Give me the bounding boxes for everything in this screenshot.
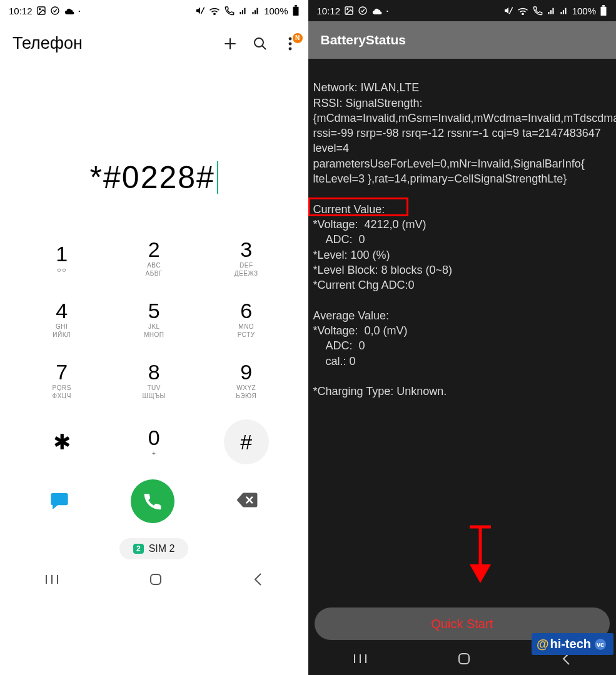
keypad: 1ᴑᴑ2ABCАБВГ3DEFДЕЁЖЗ4GHIИЙКЛ5JKLМНОП6MNO… [0, 233, 308, 467]
image-icon [344, 6, 354, 16]
back-button[interactable] [253, 572, 263, 589]
network-line: Network: IWLAN,LTE [313, 81, 420, 94]
status-right: 100% [503, 5, 607, 16]
battery-percent: 100% [264, 6, 288, 16]
home-button[interactable] [457, 652, 471, 668]
svg-point-8 [289, 38, 291, 40]
key-digit: 6 [240, 300, 252, 321]
svg-point-4 [214, 13, 215, 14]
mute-icon [503, 6, 513, 16]
svg-point-19 [522, 13, 523, 14]
key-letters: JKLМНОП [144, 322, 164, 339]
more-button[interactable]: N [281, 36, 300, 51]
svg-line-3 [201, 8, 204, 14]
key-digit: 0 [148, 427, 160, 448]
key-digit: 3 [240, 239, 252, 260]
signal-icon-2 [251, 6, 260, 15]
phone-dialer-screen: 10:12 • [0, 0, 308, 675]
svg-rect-5 [293, 7, 298, 16]
rssi-block: RSSI: SignalStrength:{mCdma=Invalid,mGsm… [313, 97, 617, 185]
key-letters: PQRSФХЦЧ [53, 384, 71, 400]
call-button[interactable] [131, 479, 174, 523]
signal-icon [547, 6, 556, 15]
search-button[interactable] [251, 36, 270, 51]
key-digit: 2 [148, 239, 160, 260]
cloud-icon [64, 6, 75, 15]
svg-point-7 [255, 38, 263, 47]
add-button[interactable] [221, 36, 240, 52]
keypad-key-4[interactable]: 4GHIИЙКЛ [19, 294, 105, 344]
text-cursor [217, 161, 218, 194]
keypad-key-6[interactable]: 6MNOРСТУ [203, 294, 290, 344]
key-letters: TUVШЩЪЫ [143, 384, 166, 400]
avg-voltage-line: *Voltage: 0,0 (mV) [313, 324, 408, 337]
svg-rect-28 [459, 654, 469, 664]
sim-selector-button[interactable]: 2 SIM 2 [119, 538, 188, 559]
backspace-button[interactable] [235, 491, 259, 511]
status-time: 10:12 [9, 6, 33, 16]
wifi-icon [517, 6, 528, 15]
keypad-key-0[interactable]: 0+ [111, 417, 198, 467]
keypad-key-9[interactable]: 9WXYZЬЭЮЯ [203, 356, 290, 406]
svg-line-18 [509, 8, 512, 14]
avg-header: Average Value: [313, 309, 389, 322]
status-right: 100% [195, 5, 299, 16]
key-letters: GHIИЙКЛ [53, 322, 71, 339]
keypad-key-2[interactable]: 2ABCАБВГ [111, 233, 198, 283]
check-circle-icon [50, 6, 60, 16]
key-digit: 9 [240, 361, 252, 382]
svg-rect-21 [602, 5, 605, 7]
keypad-key-7[interactable]: 7PQRSФХЦЧ [19, 356, 105, 406]
phone-header: Телефон N [0, 21, 308, 59]
svg-point-10 [289, 48, 291, 50]
voltage-line: *Voltage: 4212,0 (mV) [313, 218, 427, 231]
keypad-key-1[interactable]: 1ᴑᴑ [19, 233, 105, 283]
mute-icon [195, 6, 205, 16]
level-line: *Level: 100 (%) [313, 249, 390, 261]
key-letters: WXYZЬЭЮЯ [236, 384, 256, 400]
svg-rect-20 [601, 7, 607, 16]
signal-icon-2 [560, 6, 568, 15]
level-block-line: *Level Block: 8 blocks (0~8) [313, 264, 453, 276]
watermark-at: @ [537, 637, 549, 651]
sim-label: SIM 2 [149, 543, 175, 554]
keypad-key-3[interactable]: 3DEFДЕЁЖЗ [203, 233, 290, 283]
check-circle-icon [358, 6, 368, 16]
dialer-actions [0, 467, 308, 529]
keypad-key-8[interactable]: 8TUVШЩЪЫ [111, 356, 198, 406]
key-digit: 8 [148, 361, 160, 382]
key-letters: ᴑᴑ [57, 266, 66, 274]
key-digit: 5 [148, 300, 160, 321]
battery-status-body: Network: IWLAN,LTE RSSI: SignalStrength:… [308, 59, 617, 608]
avg-cal-line: cal.: 0 [313, 355, 356, 368]
battery-status-title: BatteryStatus [308, 21, 617, 59]
signal-icon [239, 6, 248, 15]
home-button[interactable] [149, 572, 163, 589]
dot-icon: • [386, 8, 388, 14]
key-letters: MNOРСТУ [238, 322, 255, 339]
status-left: 10:12 • [317, 6, 388, 16]
recents-button[interactable] [45, 574, 59, 588]
battery-status-screen: 10:12 • [308, 0, 617, 675]
key-digit: # [240, 431, 252, 452]
keypad-key-#[interactable]: # [203, 417, 290, 467]
sim-chip-icon: 2 [133, 544, 144, 554]
recents-button[interactable] [353, 653, 367, 667]
svg-point-2 [51, 7, 59, 14]
keypad-key-*[interactable]: ✱ [19, 417, 105, 467]
wifi-icon [209, 6, 220, 15]
status-bar: 10:12 • [308, 0, 617, 21]
charging-type-line: *Charging Type: Unknown. [313, 385, 447, 398]
dialed-number: *#0228# [90, 159, 215, 196]
cloud-icon [371, 6, 383, 15]
current-chg-line: *Current Chg ADC:0 [313, 279, 415, 291]
key-digit: ✱ [53, 431, 71, 452]
key-letters: + [152, 449, 156, 458]
key-digit: 4 [56, 300, 68, 321]
app-title: Телефон [13, 34, 210, 53]
svg-point-16 [347, 9, 348, 10]
keypad-key-5[interactable]: 5JKLМНОП [111, 294, 198, 344]
message-button[interactable] [49, 491, 70, 512]
adc-line: ADC: 0 [313, 233, 365, 246]
battery-percent: 100% [572, 6, 596, 16]
